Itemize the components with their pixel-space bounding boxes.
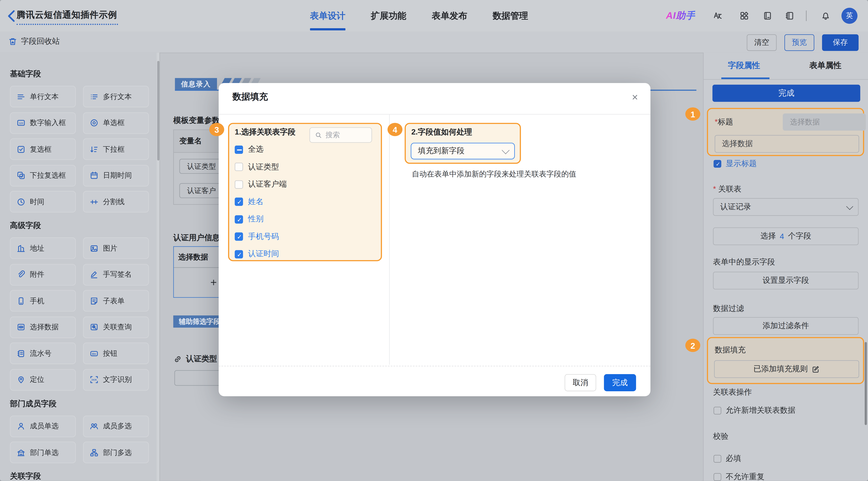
bell-icon[interactable] xyxy=(821,11,830,21)
field-item-下拉框[interactable]: 下拉框 xyxy=(83,138,149,160)
apps-grid-icon[interactable] xyxy=(740,11,749,21)
field-item-label: 成员单选 xyxy=(30,421,59,431)
field-option-手机号码[interactable]: 手机号码 xyxy=(235,232,279,241)
no-duplicate-checkbox[interactable] xyxy=(714,473,721,481)
option-checkbox[interactable] xyxy=(235,232,243,241)
field-item-关联查询[interactable]: 关联查询 xyxy=(83,316,149,338)
field-item-label: 文字识别 xyxy=(103,375,132,385)
nav-tab-3[interactable]: 表单发布 xyxy=(432,0,467,32)
option-label: 全选 xyxy=(248,145,264,154)
field-item-label: 时间 xyxy=(30,197,44,207)
avatar[interactable]: 英 xyxy=(841,8,857,24)
annotation-badge-3: 3 xyxy=(209,123,224,136)
set-display-fields-button[interactable]: 设置显示字段 xyxy=(713,272,859,289)
field-item-label: 地址 xyxy=(30,243,44,253)
field-item-定位[interactable]: 定位 xyxy=(10,369,76,390)
field-option-认证时间[interactable]: 认证时间 xyxy=(235,250,279,259)
field-item-手写签名[interactable]: 手写签名 xyxy=(83,264,149,285)
required-checkbox[interactable] xyxy=(714,455,721,463)
select-all-checkbox[interactable] xyxy=(235,146,243,154)
field-item-部门单选[interactable]: 部门单选 xyxy=(10,442,76,463)
field-option-姓名[interactable]: 姓名 xyxy=(235,197,264,206)
add-filter-button[interactable]: 添加过滤条件 xyxy=(713,317,859,335)
nav-tab-1[interactable]: 表单设计 xyxy=(310,0,345,32)
panel-scrollbar-thumb[interactable] xyxy=(864,342,867,425)
option-checkbox[interactable] xyxy=(235,180,243,188)
no-duplicate-row[interactable]: 不允许重复 xyxy=(714,472,765,481)
book-icon[interactable] xyxy=(763,11,772,21)
option-checkbox[interactable] xyxy=(235,250,243,258)
page-title[interactable]: 腾讯云短信通知插件示例 xyxy=(17,9,117,21)
field-recycle-bin-button[interactable]: 字段回收站 xyxy=(8,36,60,46)
field-option-性别[interactable]: 性别 xyxy=(235,215,264,224)
nav-tab-4[interactable]: 数据管理 xyxy=(493,0,528,32)
field-item-子表单[interactable]: 子表单 xyxy=(83,290,149,311)
field-item-数字输入框[interactable]: 123数字输入框 xyxy=(10,112,76,133)
preview-button[interactable]: 预览 xyxy=(784,34,814,51)
field-item-附件[interactable]: 附件 xyxy=(10,264,76,285)
field-item-日期时间[interactable]: 日期时间 xyxy=(83,165,149,186)
fill-rule-added-button[interactable]: 已添加填充规则 xyxy=(714,360,859,378)
annotation-badge-1: 1 xyxy=(685,107,700,121)
library-section-title: 高级字段 xyxy=(10,221,160,230)
search-input[interactable]: 搜索 xyxy=(310,127,372,143)
field-item-文字识别[interactable]: OCR文字识别 xyxy=(83,369,149,390)
field-item-时间[interactable]: 时间 xyxy=(10,191,76,213)
option-label: 姓名 xyxy=(248,197,264,207)
back-icon[interactable] xyxy=(7,10,17,22)
auth-type-field-row[interactable]: 认证类型 xyxy=(173,354,217,364)
nav-tab-2[interactable]: 扩展功能 xyxy=(371,0,406,32)
required-row[interactable]: 必填 xyxy=(714,454,741,464)
image-icon xyxy=(90,244,99,253)
option-checkbox[interactable] xyxy=(235,198,243,206)
field-item-多行文本[interactable]: 多行文本 xyxy=(83,86,149,107)
field-item-下拉复选框[interactable]: 下拉复选框 xyxy=(10,165,76,186)
field-option-认证客户端[interactable]: 认证客户端 xyxy=(235,180,287,189)
save-button[interactable]: 保存 xyxy=(822,34,859,51)
field-option-认证类型[interactable]: 认证类型 xyxy=(235,162,279,171)
field-item-选择数据[interactable]: 选择数据 xyxy=(10,316,76,338)
option-checkbox[interactable] xyxy=(235,215,243,223)
field-item-手机[interactable]: 手机 xyxy=(10,290,76,311)
tab-form-properties[interactable]: 表单属性 xyxy=(809,53,842,79)
field-item-部门多选[interactable]: 部门多选 xyxy=(83,442,149,463)
field-item-label: 下拉框 xyxy=(103,144,124,154)
allow-add-relation-checkbox[interactable] xyxy=(714,407,721,414)
fill-mode-select[interactable]: 填充到新字段 xyxy=(411,143,515,159)
confirm-button[interactable]: 完成 xyxy=(604,374,636,391)
title-placeholder-input[interactable]: 选择数据 xyxy=(783,114,866,131)
ocr-icon: OCR xyxy=(90,375,99,384)
field-item-复选框[interactable]: 复选框 xyxy=(10,138,76,160)
close-icon[interactable]: × xyxy=(629,92,641,103)
field-item-分割线[interactable]: 分割线 xyxy=(83,191,149,213)
text-multi-icon xyxy=(90,92,99,101)
title-value-input[interactable]: 选择数据 xyxy=(715,135,859,153)
clear-button[interactable]: 清空 xyxy=(747,34,777,51)
show-title-checkbox-row[interactable]: 显示标题 xyxy=(714,159,757,169)
option-checkbox[interactable] xyxy=(235,163,243,171)
field-item-成员单选[interactable]: 成员单选 xyxy=(10,415,76,437)
panel-done-button[interactable]: 完成 xyxy=(712,85,860,102)
trash-icon xyxy=(8,37,17,46)
select-fields-button[interactable]: 选择 4 个字段 xyxy=(713,227,859,245)
field-item-成员多选[interactable]: 成员多选 xyxy=(83,415,149,437)
translate-icon[interactable] xyxy=(713,11,722,21)
field-item-单选框[interactable]: 单选框 xyxy=(83,112,149,133)
field-item-单行文本[interactable]: 单行文本 xyxy=(10,86,76,107)
notebook-icon[interactable] xyxy=(785,11,795,21)
dialog-title: 数据填充 xyxy=(232,91,268,103)
field-item-流水号[interactable]: 流水号 xyxy=(10,343,76,364)
allow-add-relation-row[interactable]: 允许新增关联表数据 xyxy=(714,406,796,416)
cancel-button[interactable]: 取消 xyxy=(565,374,596,391)
field-item-按钮[interactable]: Btn按钮 xyxy=(83,343,149,364)
tab-field-properties[interactable]: 字段属性 xyxy=(728,53,760,79)
field-item-图片[interactable]: 图片 xyxy=(83,237,149,259)
field-item-地址[interactable]: 地址 xyxy=(10,237,76,259)
add-icon[interactable]: + xyxy=(210,276,217,289)
field-option-全选[interactable]: 全选 xyxy=(235,145,264,154)
relation-table-select[interactable]: 认证记录 xyxy=(713,198,859,216)
show-title-checkbox[interactable] xyxy=(714,160,721,168)
sidebar-scrollbar-thumb[interactable] xyxy=(157,61,159,161)
ai-assistant-button[interactable]: AI助手 xyxy=(666,9,695,22)
annotation-badge-4: 4 xyxy=(388,123,402,136)
